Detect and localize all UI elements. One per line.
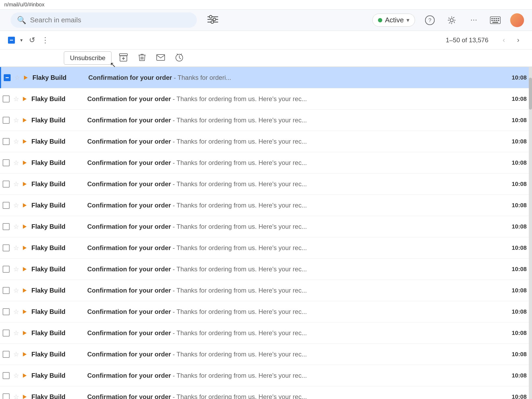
star-icon[interactable]: ☆ [14,74,20,81]
email-time: 10:08 [512,351,527,358]
subject-bold: Confirmation for your order [87,138,171,145]
keyboard-icon[interactable] [488,13,502,27]
email-row[interactable]: ☆ Flaky Build Confirmation for your orde… [0,365,532,386]
sender-name: Flaky Build [32,74,86,81]
help-icon[interactable]: ? [423,13,437,27]
active-status-badge[interactable]: Active ▾ [372,14,415,27]
star-icon[interactable]: ☆ [13,287,19,294]
svg-marker-35 [23,161,27,165]
prev-page-button[interactable]: ‹ [498,34,510,46]
url-bar[interactable]: n/mail/u/0/#inbox [0,0,532,10]
email-row[interactable]: ☆ Flaky Build Confirmation for your orde… [0,386,532,399]
email-subject: Confirmation for your order - Thanks for… [87,138,506,145]
star-icon[interactable]: ☆ [13,393,19,399]
subject-preview: - Thanks for ordering from us. Here's yo… [173,287,307,294]
subject-preview: - Thanks for ordering from us. Here's yo… [173,159,307,166]
search-input[interactable] [30,16,190,24]
star-icon[interactable]: ☆ [13,223,19,230]
email-row[interactable]: ☆ Flaky Build Confirmation for your orde… [0,195,532,216]
email-checkbox[interactable] [3,138,10,145]
email-subject: Confirmation for your order - Thanks for… [87,372,506,379]
settings-icon[interactable] [445,13,459,27]
snooze-icon[interactable] [173,51,186,66]
unsubscribe-button[interactable]: Unsubscribe ↖ [64,51,111,65]
more-options-button[interactable]: ⋮ [41,36,49,44]
subject-bold: Confirmation for your order [87,393,171,399]
email-checkbox[interactable] [3,372,10,379]
email-checkbox[interactable] [3,351,10,358]
url-text: n/mail/u/0/#inbox [4,2,44,8]
svg-point-3 [209,15,212,18]
subject-bold: Confirmation for your order [87,95,171,102]
email-row[interactable]: ☆ Flaky Build Confirmation for your orde… [0,173,532,195]
email-checkbox[interactable] [3,159,10,166]
svg-marker-32 [23,97,27,101]
archive-icon[interactable] [117,51,130,66]
filter-icon[interactable] [207,15,218,26]
email-row[interactable]: ☆ Flaky Build Confirmation for your orde… [0,67,532,88]
email-row[interactable]: ☆ Flaky Build Confirmation for your orde… [0,216,532,237]
subject-bold: Confirmation for your order [87,265,171,273]
email-row[interactable]: ☆ Flaky Build Confirmation for your orde… [0,152,532,173]
email-subject: Confirmation for your order - Thanks for… [87,202,506,209]
label-icon [22,394,28,399]
email-checkbox[interactable] [3,181,10,188]
select-all-checkbox[interactable] [8,37,15,44]
star-icon[interactable]: ☆ [13,244,19,252]
svg-marker-31 [24,76,28,80]
subject-bold: Confirmation for your order [87,329,171,336]
avatar[interactable] [510,13,524,27]
email-row[interactable]: ☆ Flaky Build Confirmation for your orde… [0,280,532,301]
email-row[interactable]: ☆ Flaky Build Confirmation for your orde… [0,131,532,152]
star-icon[interactable]: ☆ [13,117,19,124]
refresh-button[interactable]: ↺ [29,36,35,44]
email-checkbox[interactable] [3,287,10,294]
star-icon[interactable]: ☆ [13,95,19,103]
star-icon[interactable]: ☆ [13,159,19,167]
email-checkbox[interactable] [3,223,10,230]
email-checkbox[interactable] [3,266,10,273]
star-icon[interactable]: ☆ [13,202,19,209]
subject-bold: Confirmation for your order [87,180,171,188]
star-icon[interactable]: ☆ [13,329,19,337]
select-arrow-icon[interactable]: ▾ [20,37,23,43]
star-icon[interactable]: ☆ [13,138,19,145]
svg-line-28 [179,58,181,59]
label-icon [23,75,29,81]
star-icon[interactable]: ☆ [13,308,19,315]
next-page-button[interactable]: › [512,34,524,46]
sender-name: Flaky Build [31,244,85,252]
email-row[interactable]: ☆ Flaky Build Confirmation for your orde… [0,322,532,344]
email-checkbox[interactable] [3,308,10,315]
label-icon [22,160,28,166]
scrollbar[interactable] [529,67,532,399]
email-checkbox[interactable] [3,393,10,399]
email-checkbox[interactable] [3,117,10,124]
delete-icon[interactable] [135,51,149,66]
email-time: 10:08 [512,266,527,273]
email-row[interactable]: ☆ Flaky Build Confirmation for your orde… [0,88,532,110]
email-checkbox[interactable] [3,95,10,102]
email-row[interactable]: ☆ Flaky Build Confirmation for your orde… [0,301,532,322]
sender-name: Flaky Build [31,117,85,124]
search-bar[interactable]: 🔍 [11,13,197,28]
email-row[interactable]: ☆ Flaky Build Confirmation for your orde… [0,237,532,259]
email-row[interactable]: ☆ Flaky Build Confirmation for your orde… [0,344,532,365]
email-row[interactable]: ☆ Flaky Build Confirmation for your orde… [0,259,532,280]
star-icon[interactable]: ☆ [13,351,19,358]
star-icon[interactable]: ☆ [13,180,19,188]
star-icon[interactable]: ☆ [13,265,19,273]
more-icon[interactable]: ⋯ [467,13,480,27]
email-checkbox[interactable] [3,244,10,251]
mark-read-icon[interactable] [154,51,167,66]
subject-preview: - Thanks for ordering from us. Here's yo… [173,329,307,336]
email-row[interactable]: ☆ Flaky Build Confirmation for your orde… [0,110,532,131]
email-time: 10:08 [512,287,527,294]
scrollbar-thumb[interactable] [529,78,532,110]
email-checkbox[interactable] [4,74,11,81]
star-icon[interactable]: ☆ [13,372,19,379]
email-checkbox[interactable] [3,202,10,209]
email-checkbox[interactable] [3,330,10,336]
select-all-checkbox-wrap[interactable]: ▾ [8,37,23,44]
subject-bold: Confirmation for your order [87,372,171,379]
